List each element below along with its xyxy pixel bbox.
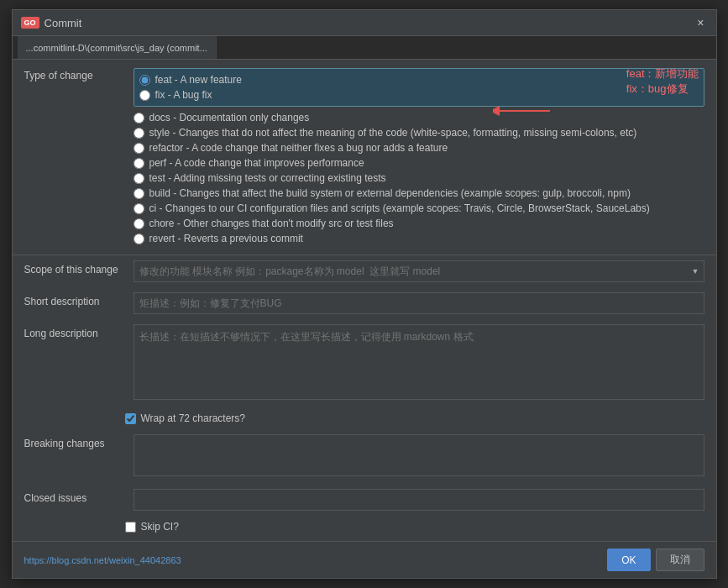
option-revert[interactable]: revert - Reverts a previous commit bbox=[134, 231, 704, 246]
option-ci[interactable]: ci - Changes to our CI configuration fil… bbox=[134, 201, 704, 216]
short-desc-row: Short description bbox=[13, 287, 716, 319]
breaking-changes-textarea[interactable] bbox=[134, 434, 704, 476]
label-docs: docs - Documentation only changes bbox=[149, 112, 310, 123]
radio-chore[interactable] bbox=[134, 218, 144, 229]
option-perf[interactable]: perf - A code change that improves perfo… bbox=[134, 155, 704, 171]
scope-input[interactable] bbox=[134, 260, 704, 282]
option-chore[interactable]: chore - Other changes that don't modify … bbox=[134, 216, 704, 231]
ok-button[interactable]: OK bbox=[607, 549, 650, 571]
title-bar-left: GO Commit bbox=[21, 17, 82, 29]
title-bar: GO Commit × bbox=[13, 10, 716, 36]
label-perf: perf - A code change that improves perfo… bbox=[149, 157, 364, 169]
closed-issues-control bbox=[134, 489, 704, 511]
closed-issues-input[interactable] bbox=[134, 489, 704, 511]
long-desc-control bbox=[134, 324, 704, 402]
option-feat[interactable]: feat - A new feature bbox=[139, 72, 699, 87]
label-refactor: refactor - A code change that neither fi… bbox=[149, 142, 448, 154]
radio-docs[interactable] bbox=[134, 113, 144, 123]
go-icon: GO bbox=[21, 17, 39, 29]
short-desc-input[interactable] bbox=[134, 292, 704, 314]
skip-ci-checkbox[interactable] bbox=[125, 522, 136, 533]
option-refactor[interactable]: refactor - A code change that neither fi… bbox=[134, 140, 704, 155]
label-feat: feat - A new feature bbox=[155, 74, 242, 86]
skip-ci-row: Skip CI? bbox=[13, 516, 716, 538]
radio-refactor[interactable] bbox=[134, 143, 144, 154]
breaking-changes-control bbox=[134, 434, 704, 479]
footer-url: https://blog.csdn.net/weixin_44042863 bbox=[24, 555, 181, 565]
option-docs[interactable]: docs - Documentation only changes bbox=[134, 110, 704, 125]
label-fix: fix - A bug fix bbox=[155, 89, 212, 101]
breaking-changes-row: Breaking changes bbox=[13, 429, 716, 484]
wrap-checkbox[interactable] bbox=[125, 413, 136, 424]
options-column: feat - A new feature fix - A bug fix doc… bbox=[134, 68, 704, 246]
option-build[interactable]: build - Changes that affect the build sy… bbox=[134, 186, 704, 201]
cancel-button[interactable]: 取消 bbox=[656, 549, 704, 571]
option-style[interactable]: style - Changes that do not affect the m… bbox=[134, 125, 704, 140]
label-chore: chore - Other changes that don't modify … bbox=[149, 218, 394, 229]
long-desc-label: Long description bbox=[24, 324, 125, 339]
tab-bar: ...commitlint-D\(commit\src\js_day (comm… bbox=[13, 36, 716, 60]
dialog-title: Commit bbox=[45, 17, 82, 29]
type-label: Type of change bbox=[24, 68, 125, 246]
short-desc-control bbox=[134, 292, 704, 314]
wrap-checkbox-row: Wrap at 72 characters? bbox=[13, 407, 716, 429]
scope-row: Scope of this change bbox=[13, 255, 716, 287]
label-test: test - Adding missing tests or correctin… bbox=[149, 172, 386, 184]
long-desc-textarea[interactable] bbox=[134, 324, 704, 400]
radio-feat[interactable] bbox=[139, 75, 150, 86]
close-button[interactable]: × bbox=[694, 15, 707, 30]
closed-issues-row: Closed issues bbox=[13, 484, 716, 516]
breaking-changes-label: Breaking changes bbox=[24, 434, 125, 449]
bottom-bar: https://blog.csdn.net/weixin_44042863 OK… bbox=[13, 541, 716, 578]
tab-commit[interactable]: ...commitlint-D\(commit\src\js_day (comm… bbox=[18, 36, 217, 59]
scope-select-wrapper bbox=[134, 260, 704, 282]
radio-perf[interactable] bbox=[134, 158, 144, 169]
scope-control bbox=[134, 260, 704, 282]
option-fix[interactable]: fix - A bug fix bbox=[139, 87, 699, 102]
label-style: style - Changes that do not affect the m… bbox=[149, 127, 637, 139]
label-build: build - Changes that affect the build sy… bbox=[149, 187, 631, 199]
scope-label: Scope of this change bbox=[24, 260, 125, 276]
type-of-change-section: Type of change feat - A new feature fix … bbox=[13, 60, 716, 255]
radio-ci[interactable] bbox=[134, 203, 144, 214]
radio-build[interactable] bbox=[134, 188, 144, 199]
commit-dialog: GO Commit × ...commitlint-D\(commit\src\… bbox=[12, 9, 717, 579]
wrap-label: Wrap at 72 characters? bbox=[141, 412, 246, 424]
label-ci: ci - Changes to our CI configuration fil… bbox=[149, 202, 650, 214]
radio-revert[interactable] bbox=[134, 234, 144, 244]
long-desc-row: Long description bbox=[13, 319, 716, 407]
skip-ci-label: Skip CI? bbox=[141, 521, 179, 533]
radio-style[interactable] bbox=[134, 128, 144, 139]
highlighted-options: feat - A new feature fix - A bug fix bbox=[134, 68, 704, 107]
bottom-buttons: OK 取消 bbox=[607, 549, 704, 571]
label-revert: revert - Reverts a previous commit bbox=[149, 233, 303, 244]
closed-issues-label: Closed issues bbox=[24, 489, 125, 504]
radio-test[interactable] bbox=[134, 173, 144, 184]
option-test[interactable]: test - Adding missing tests or correctin… bbox=[134, 171, 704, 186]
radio-fix[interactable] bbox=[139, 90, 150, 101]
short-desc-label: Short description bbox=[24, 292, 125, 307]
